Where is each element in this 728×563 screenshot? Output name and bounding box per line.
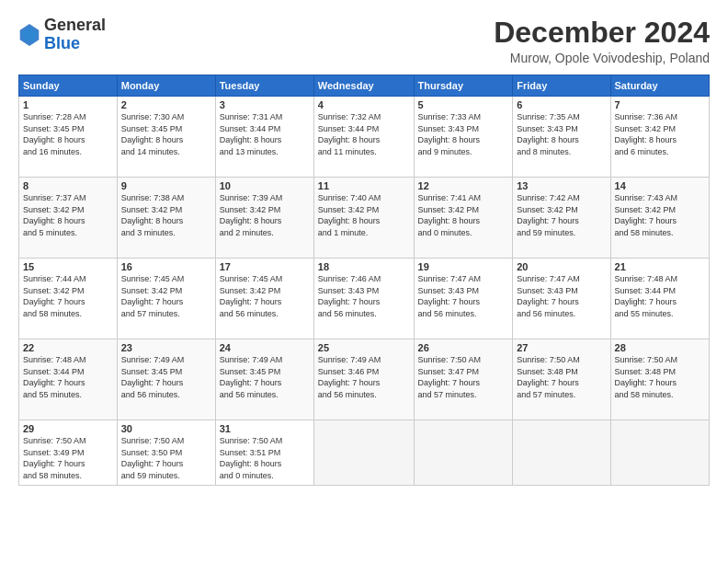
day-info: Sunrise: 7:42 AMSunset: 3:42 PMDaylight:… (517, 192, 606, 238)
table-row: 21Sunrise: 7:48 AMSunset: 3:44 PMDayligh… (610, 259, 709, 339)
day-info: Sunrise: 7:28 AMSunset: 3:45 PMDaylight:… (23, 111, 113, 157)
day-info: Sunrise: 7:50 AMSunset: 3:51 PMDaylight:… (220, 435, 310, 481)
day-info: Sunrise: 7:35 AMSunset: 3:43 PMDaylight:… (517, 111, 606, 157)
logo-general-text: General (44, 17, 106, 35)
day-info: Sunrise: 7:31 AMSunset: 3:44 PMDaylight:… (220, 111, 310, 157)
day-info: Sunrise: 7:40 AMSunset: 3:42 PMDaylight:… (318, 192, 410, 238)
day-number: 18 (318, 261, 410, 272)
day-number: 22 (23, 342, 113, 353)
table-row: 26Sunrise: 7:50 AMSunset: 3:47 PMDayligh… (414, 339, 513, 420)
logo-text: General Blue (44, 17, 106, 53)
table-row: 28Sunrise: 7:50 AMSunset: 3:48 PMDayligh… (610, 339, 709, 420)
table-row: 6Sunrise: 7:35 AMSunset: 3:43 PMDaylight… (513, 97, 610, 178)
header: General Blue December 2024 Murow, Opole … (18, 17, 710, 65)
day-number: 31 (220, 423, 310, 434)
table-row: 2Sunrise: 7:30 AMSunset: 3:45 PMDaylight… (117, 97, 215, 178)
day-info: Sunrise: 7:48 AMSunset: 3:44 PMDaylight:… (23, 354, 113, 400)
calendar-table: Sunday Monday Tuesday Wednesday Thursday… (18, 75, 710, 485)
day-number: 30 (121, 423, 211, 434)
day-number: 28 (615, 342, 705, 353)
day-info: Sunrise: 7:36 AMSunset: 3:42 PMDaylight:… (615, 111, 705, 157)
day-number: 19 (418, 261, 509, 272)
day-info: Sunrise: 7:41 AMSunset: 3:42 PMDaylight:… (418, 192, 509, 238)
day-info: Sunrise: 7:50 AMSunset: 3:47 PMDaylight:… (418, 354, 509, 400)
day-info: Sunrise: 7:38 AMSunset: 3:42 PMDaylight:… (121, 192, 211, 238)
day-number: 14 (615, 180, 705, 191)
day-number: 21 (615, 261, 705, 272)
table-row: 25Sunrise: 7:49 AMSunset: 3:46 PMDayligh… (313, 339, 414, 420)
table-row: 17Sunrise: 7:45 AMSunset: 3:42 PMDayligh… (215, 259, 313, 339)
table-row: 30Sunrise: 7:50 AMSunset: 3:50 PMDayligh… (117, 420, 215, 485)
day-number: 27 (517, 342, 606, 353)
table-row: 18Sunrise: 7:46 AMSunset: 3:43 PMDayligh… (313, 259, 414, 339)
day-info: Sunrise: 7:48 AMSunset: 3:44 PMDaylight:… (615, 273, 705, 319)
table-row: 11Sunrise: 7:40 AMSunset: 3:42 PMDayligh… (313, 178, 414, 259)
day-info: Sunrise: 7:39 AMSunset: 3:42 PMDaylight:… (220, 192, 310, 238)
table-row: 16Sunrise: 7:45 AMSunset: 3:42 PMDayligh… (117, 259, 215, 339)
day-info: Sunrise: 7:50 AMSunset: 3:50 PMDaylight:… (121, 435, 211, 481)
day-info: Sunrise: 7:33 AMSunset: 3:43 PMDaylight:… (418, 111, 509, 157)
day-number: 8 (23, 180, 113, 191)
day-info: Sunrise: 7:47 AMSunset: 3:43 PMDaylight:… (418, 273, 509, 319)
table-row: 23Sunrise: 7:49 AMSunset: 3:45 PMDayligh… (117, 339, 215, 420)
table-row: 19Sunrise: 7:47 AMSunset: 3:43 PMDayligh… (414, 259, 513, 339)
day-number: 10 (220, 180, 310, 191)
day-number: 5 (418, 99, 509, 110)
table-row: 3Sunrise: 7:31 AMSunset: 3:44 PMDaylight… (215, 97, 313, 178)
header-saturday: Saturday (610, 75, 709, 97)
day-info: Sunrise: 7:50 AMSunset: 3:49 PMDaylight:… (23, 435, 113, 481)
header-thursday: Thursday (414, 75, 513, 97)
day-info: Sunrise: 7:43 AMSunset: 3:42 PMDaylight:… (615, 192, 705, 238)
day-number: 15 (23, 261, 113, 272)
day-number: 26 (418, 342, 509, 353)
table-row: 14Sunrise: 7:43 AMSunset: 3:42 PMDayligh… (610, 178, 709, 259)
day-info: Sunrise: 7:32 AMSunset: 3:44 PMDaylight:… (318, 111, 410, 157)
day-number: 23 (121, 342, 211, 353)
table-row: 12Sunrise: 7:41 AMSunset: 3:42 PMDayligh… (414, 178, 513, 259)
table-row: 20Sunrise: 7:47 AMSunset: 3:43 PMDayligh… (513, 259, 610, 339)
table-row: 29Sunrise: 7:50 AMSunset: 3:49 PMDayligh… (19, 420, 118, 485)
logo-blue-text: Blue (44, 35, 106, 53)
day-info: Sunrise: 7:45 AMSunset: 3:42 PMDaylight:… (220, 273, 310, 319)
header-wednesday: Wednesday (313, 75, 414, 97)
table-row: 9Sunrise: 7:38 AMSunset: 3:42 PMDaylight… (117, 178, 215, 259)
table-row (414, 420, 513, 485)
table-row: 22Sunrise: 7:48 AMSunset: 3:44 PMDayligh… (19, 339, 118, 420)
table-row: 31Sunrise: 7:50 AMSunset: 3:51 PMDayligh… (215, 420, 313, 485)
day-number: 12 (418, 180, 509, 191)
day-number: 4 (318, 99, 410, 110)
day-info: Sunrise: 7:50 AMSunset: 3:48 PMDaylight:… (615, 354, 705, 400)
day-number: 13 (517, 180, 606, 191)
location-subtitle: Murow, Opole Voivodeship, Poland (494, 51, 710, 65)
title-block: December 2024 Murow, Opole Voivodeship, … (494, 17, 710, 65)
day-number: 2 (121, 99, 211, 110)
table-row: 5Sunrise: 7:33 AMSunset: 3:43 PMDaylight… (414, 97, 513, 178)
table-row (513, 420, 610, 485)
table-row: 13Sunrise: 7:42 AMSunset: 3:42 PMDayligh… (513, 178, 610, 259)
day-info: Sunrise: 7:49 AMSunset: 3:45 PMDaylight:… (220, 354, 310, 400)
day-number: 7 (615, 99, 705, 110)
day-info: Sunrise: 7:50 AMSunset: 3:48 PMDaylight:… (517, 354, 606, 400)
day-info: Sunrise: 7:49 AMSunset: 3:46 PMDaylight:… (318, 354, 410, 400)
day-number: 11 (318, 180, 410, 191)
day-number: 6 (517, 99, 606, 110)
header-friday: Friday (513, 75, 610, 97)
table-row (610, 420, 709, 485)
day-number: 16 (121, 261, 211, 272)
day-info: Sunrise: 7:47 AMSunset: 3:43 PMDaylight:… (517, 273, 606, 319)
calendar-header-row: Sunday Monday Tuesday Wednesday Thursday… (19, 75, 710, 97)
day-number: 1 (23, 99, 113, 110)
day-info: Sunrise: 7:49 AMSunset: 3:45 PMDaylight:… (121, 354, 211, 400)
day-number: 17 (220, 261, 310, 272)
day-number: 25 (318, 342, 410, 353)
day-number: 9 (121, 180, 211, 191)
table-row: 24Sunrise: 7:49 AMSunset: 3:45 PMDayligh… (215, 339, 313, 420)
header-monday: Monday (117, 75, 215, 97)
logo-icon (18, 22, 40, 48)
day-info: Sunrise: 7:46 AMSunset: 3:43 PMDaylight:… (318, 273, 410, 319)
table-row: 4Sunrise: 7:32 AMSunset: 3:44 PMDaylight… (313, 97, 414, 178)
table-row: 15Sunrise: 7:44 AMSunset: 3:42 PMDayligh… (19, 259, 118, 339)
header-sunday: Sunday (19, 75, 118, 97)
day-info: Sunrise: 7:30 AMSunset: 3:45 PMDaylight:… (121, 111, 211, 157)
table-row: 8Sunrise: 7:37 AMSunset: 3:42 PMDaylight… (19, 178, 118, 259)
